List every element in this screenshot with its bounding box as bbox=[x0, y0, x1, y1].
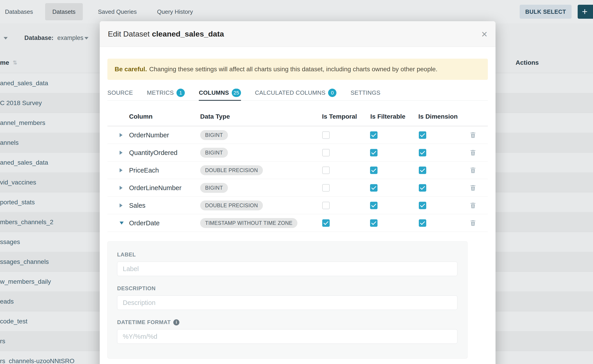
edit-dataset-modal: Edit Datasetcleaned_sales_data × Be care… bbox=[100, 21, 495, 364]
is-temporal-checkbox[interactable] bbox=[322, 202, 330, 209]
columns-table-body: OrderNumber BIGINT QuantityOrdered BIGIN… bbox=[107, 126, 488, 232]
tab-label: SOURCE bbox=[107, 89, 133, 96]
column-name: PriceEach bbox=[129, 166, 159, 174]
tab-count-badge: 25 bbox=[232, 89, 241, 97]
is-dimension-checkbox[interactable] bbox=[419, 219, 426, 227]
label-field-label: LABEL bbox=[117, 252, 457, 258]
expand-caret-icon[interactable] bbox=[120, 186, 123, 190]
is-temporal-checkbox[interactable] bbox=[322, 149, 330, 156]
delete-column-icon[interactable] bbox=[469, 149, 477, 156]
is-dimension-checkbox[interactable] bbox=[419, 184, 426, 191]
modal-tab[interactable]: CALCULATED COLUMNS 0 bbox=[255, 86, 337, 101]
modal-tab[interactable]: METRICS 1 bbox=[147, 86, 185, 101]
modal-title: Edit Datasetcleaned_sales_data bbox=[108, 30, 224, 38]
is-filterable-checkbox[interactable] bbox=[370, 184, 377, 191]
datetime-format-input[interactable] bbox=[117, 329, 457, 344]
modal-body: Be careful. Changing these settings will… bbox=[100, 59, 495, 359]
description-field-label: DESCRIPTION bbox=[117, 285, 457, 292]
is-dimension-checkbox[interactable] bbox=[419, 202, 426, 209]
header-is-dimension: Is Dimension bbox=[418, 113, 458, 120]
expand-caret-icon[interactable] bbox=[120, 203, 123, 208]
is-dimension-checkbox[interactable] bbox=[419, 131, 426, 139]
delete-column-icon[interactable] bbox=[469, 202, 477, 209]
modal-tab[interactable]: SETTINGS bbox=[350, 86, 380, 101]
tab-label: COLUMNS bbox=[199, 89, 229, 96]
is-filterable-checkbox[interactable] bbox=[370, 149, 377, 156]
tab-count-badge: 1 bbox=[177, 89, 185, 97]
expand-caret-icon[interactable] bbox=[120, 221, 124, 224]
column-editor-panel: LABEL DESCRIPTION DATETIME FORMAT i bbox=[107, 241, 468, 359]
modal-header: Edit Datasetcleaned_sales_data × bbox=[100, 21, 495, 47]
column-name: OrderNumber bbox=[129, 131, 169, 139]
column-row: OrderNumber BIGINT bbox=[107, 126, 488, 144]
tab-label: METRICS bbox=[147, 89, 174, 96]
description-input[interactable] bbox=[117, 295, 457, 310]
is-dimension-checkbox[interactable] bbox=[419, 149, 426, 156]
data-type-pill: DOUBLE PRECISION bbox=[200, 201, 263, 210]
expand-caret-icon[interactable] bbox=[120, 133, 123, 137]
delete-column-icon[interactable] bbox=[469, 131, 477, 139]
data-type-pill: TIMESTAMP WITHOUT TIME ZONE bbox=[200, 218, 297, 228]
modal-title-prefix: Edit Dataset bbox=[108, 30, 150, 38]
is-filterable-checkbox[interactable] bbox=[370, 202, 377, 209]
data-type-pill: BIGINT bbox=[200, 130, 228, 140]
column-row: OrderDate TIMESTAMP WITHOUT TIME ZONE bbox=[107, 214, 488, 232]
is-temporal-checkbox[interactable] bbox=[322, 219, 330, 227]
warning-banner-text: Changing these settings will affect all … bbox=[149, 66, 437, 73]
column-name: OrderLineNumber bbox=[129, 184, 181, 191]
column-row: OrderLineNumber BIGINT bbox=[107, 179, 488, 197]
tab-label: SETTINGS bbox=[350, 89, 380, 96]
expand-caret-icon[interactable] bbox=[120, 151, 123, 155]
columns-table: Column Data Type Is Temporal Is Filterab… bbox=[107, 107, 488, 232]
header-is-temporal: Is Temporal bbox=[322, 113, 357, 120]
is-filterable-checkbox[interactable] bbox=[370, 166, 377, 174]
close-icon[interactable]: × bbox=[481, 29, 488, 39]
tab-label: CALCULATED COLUMNS bbox=[255, 89, 326, 96]
column-row: PriceEach DOUBLE PRECISION bbox=[107, 162, 488, 179]
modal-tab[interactable]: SOURCE bbox=[107, 86, 133, 101]
column-row: Sales DOUBLE PRECISION bbox=[107, 197, 488, 214]
data-type-pill: BIGINT bbox=[200, 183, 228, 193]
datetime-format-label-text: DATETIME FORMAT bbox=[117, 319, 171, 325]
warning-banner: Be careful. Changing these settings will… bbox=[107, 59, 488, 80]
modal-tab[interactable]: COLUMNS 25 bbox=[199, 86, 241, 101]
columns-table-header: Column Data Type Is Temporal Is Filterab… bbox=[107, 107, 488, 126]
header-column: Column bbox=[129, 113, 152, 120]
label-input[interactable] bbox=[117, 262, 457, 276]
header-data-type: Data Type bbox=[200, 113, 230, 120]
expand-caret-icon[interactable] bbox=[120, 168, 123, 172]
header-is-filterable: Is Filterable bbox=[370, 113, 405, 120]
data-type-pill: DOUBLE PRECISION bbox=[200, 165, 263, 175]
is-filterable-checkbox[interactable] bbox=[370, 131, 377, 139]
column-name: Sales bbox=[129, 202, 145, 209]
delete-column-icon[interactable] bbox=[469, 167, 477, 174]
page: Databases Datasets Saved Queries Query H… bbox=[0, 0, 593, 364]
info-icon[interactable]: i bbox=[173, 319, 179, 325]
column-name: QuantityOrdered bbox=[129, 149, 177, 156]
warning-banner-bold: Be careful. bbox=[115, 66, 147, 73]
is-temporal-checkbox[interactable] bbox=[322, 166, 330, 174]
datetime-format-field-label: DATETIME FORMAT i bbox=[117, 319, 457, 325]
modal-tabs: SOURCE METRICS 1 COLUMNS 25 CALCULATED C… bbox=[107, 86, 488, 101]
delete-column-icon[interactable] bbox=[469, 220, 477, 227]
tab-count-badge: 0 bbox=[328, 89, 336, 97]
column-row: QuantityOrdered BIGINT bbox=[107, 144, 488, 162]
modal-title-dataset-name: cleaned_sales_data bbox=[152, 30, 224, 38]
is-dimension-checkbox[interactable] bbox=[419, 166, 426, 174]
is-filterable-checkbox[interactable] bbox=[370, 219, 377, 227]
is-temporal-checkbox[interactable] bbox=[322, 131, 330, 139]
data-type-pill: BIGINT bbox=[200, 148, 228, 158]
delete-column-icon[interactable] bbox=[469, 184, 477, 191]
column-name: OrderDate bbox=[129, 219, 159, 227]
is-temporal-checkbox[interactable] bbox=[322, 184, 330, 191]
